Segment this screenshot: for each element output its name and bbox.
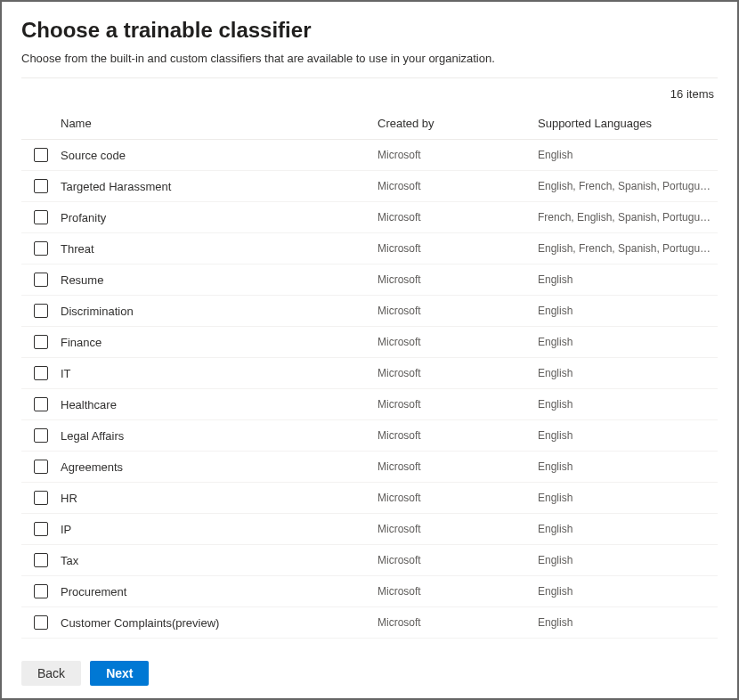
row-created-by: Microsoft	[378, 211, 538, 224]
items-count: 16 items	[21, 78, 718, 110]
row-name: Procurement	[57, 585, 378, 598]
table-row[interactable]: ProcurementMicrosoftEnglish	[21, 576, 718, 607]
row-created-by: Microsoft	[378, 149, 538, 161]
table-row[interactable]: HRMicrosoftEnglish	[21, 483, 718, 514]
row-checkbox-cell	[21, 148, 57, 162]
classifier-table: Name Created by Supported Languages Sour…	[21, 110, 718, 639]
row-languages: English	[538, 149, 718, 161]
row-languages: English, French, Spanish, Portuguese, Ge…	[538, 180, 718, 192]
row-languages: English	[538, 367, 718, 379]
row-checkbox-cell	[21, 273, 57, 287]
row-checkbox[interactable]	[34, 428, 48, 443]
page-subtitle: Choose from the built-in and custom clas…	[21, 52, 718, 65]
row-checkbox[interactable]	[34, 522, 48, 536]
row-languages: English, French, Spanish, Portuguese, Ge…	[538, 242, 718, 255]
row-created-by: Microsoft	[378, 336, 538, 348]
row-created-by: Microsoft	[378, 616, 538, 629]
table-row[interactable]: FinanceMicrosoftEnglish	[21, 327, 718, 358]
row-created-by: Microsoft	[378, 523, 538, 535]
row-checkbox[interactable]	[34, 273, 48, 287]
row-checkbox-cell	[21, 210, 57, 224]
row-languages: English	[538, 585, 718, 598]
row-name: Discrimination	[57, 305, 378, 318]
row-checkbox[interactable]	[34, 179, 48, 193]
row-checkbox-cell	[21, 335, 57, 349]
row-languages: English	[538, 523, 718, 535]
table-row[interactable]: ProfanityMicrosoftFrench, English, Spani…	[21, 202, 718, 233]
row-checkbox[interactable]	[34, 584, 48, 598]
row-checkbox-cell	[21, 428, 57, 443]
table-row[interactable]: ResumeMicrosoftEnglish	[21, 265, 718, 296]
row-created-by: Microsoft	[378, 554, 538, 566]
table-row[interactable]: Targeted HarassmentMicrosoftEnglish, Fre…	[21, 171, 718, 202]
row-checkbox[interactable]	[34, 335, 48, 349]
row-checkbox[interactable]	[34, 615, 48, 630]
row-checkbox-cell	[21, 615, 57, 630]
row-checkbox[interactable]	[34, 210, 48, 224]
table-row[interactable]: AgreementsMicrosoftEnglish	[21, 452, 718, 483]
row-languages: English	[538, 429, 718, 442]
row-checkbox[interactable]	[34, 304, 48, 318]
dialog-frame: Choose a trainable classifier Choose fro…	[0, 0, 739, 700]
row-languages: English	[538, 554, 718, 566]
row-checkbox-cell	[21, 460, 57, 474]
row-name: HR	[57, 492, 378, 505]
row-checkbox[interactable]	[34, 553, 48, 567]
row-name: Threat	[57, 242, 378, 256]
table-row[interactable]: IPMicrosoftEnglish	[21, 514, 718, 545]
next-button[interactable]: Next	[90, 661, 149, 686]
table-row[interactable]: HealthcareMicrosoftEnglish	[21, 389, 718, 420]
row-created-by: Microsoft	[378, 492, 538, 504]
row-name: Tax	[57, 554, 378, 567]
row-name: Legal Affairs	[57, 429, 378, 443]
table-row[interactable]: ITMicrosoftEnglish	[21, 358, 718, 389]
column-header-created-by[interactable]: Created by	[378, 117, 538, 130]
row-checkbox[interactable]	[34, 366, 48, 380]
table-row[interactable]: Source codeMicrosoftEnglish	[21, 140, 718, 171]
row-checkbox[interactable]	[34, 148, 48, 162]
row-languages: English	[538, 273, 718, 286]
row-languages: English	[538, 336, 718, 348]
table-row[interactable]: TaxMicrosoftEnglish	[21, 545, 718, 576]
dialog-content: Choose a trainable classifier Choose fro…	[2, 2, 737, 639]
row-name: Targeted Harassment	[57, 180, 378, 193]
table-row[interactable]: Legal AffairsMicrosoftEnglish	[21, 420, 718, 452]
row-languages: English	[538, 616, 718, 629]
row-created-by: Microsoft	[378, 398, 538, 411]
row-created-by: Microsoft	[378, 367, 538, 379]
row-checkbox-cell	[21, 241, 57, 256]
row-checkbox-cell	[21, 397, 57, 411]
row-created-by: Microsoft	[378, 460, 538, 473]
column-header-languages[interactable]: Supported Languages	[538, 117, 718, 130]
row-checkbox[interactable]	[34, 491, 48, 505]
dialog-footer: Back Next	[2, 650, 737, 698]
table-header-row: Name Created by Supported Languages	[21, 110, 718, 140]
row-checkbox[interactable]	[34, 397, 48, 411]
row-created-by: Microsoft	[378, 242, 538, 255]
row-name: Profanity	[57, 211, 378, 224]
row-languages: French, English, Spanish, Portuguese, Ge…	[538, 211, 718, 224]
table-row[interactable]: ThreatMicrosoftEnglish, French, Spanish,…	[21, 233, 718, 265]
row-checkbox[interactable]	[34, 241, 48, 256]
row-name: Finance	[57, 336, 378, 349]
row-checkbox-cell	[21, 179, 57, 193]
row-checkbox-cell	[21, 491, 57, 505]
back-button[interactable]: Back	[21, 661, 81, 686]
table-row[interactable]: DiscriminationMicrosoftEnglish	[21, 296, 718, 327]
row-created-by: Microsoft	[378, 429, 538, 442]
row-name: IP	[57, 523, 378, 536]
row-checkbox-cell	[21, 304, 57, 318]
row-created-by: Microsoft	[378, 585, 538, 598]
row-languages: English	[538, 460, 718, 473]
row-name: Agreements	[57, 460, 378, 474]
row-checkbox-cell	[21, 366, 57, 380]
row-languages: English	[538, 398, 718, 411]
table-row[interactable]: Customer Complaints(preview)MicrosoftEng…	[21, 607, 718, 639]
table-body: Source codeMicrosoftEnglishTargeted Hara…	[21, 140, 718, 639]
page-title: Choose a trainable classifier	[21, 18, 718, 43]
column-header-name[interactable]: Name	[57, 117, 378, 130]
row-checkbox[interactable]	[34, 460, 48, 474]
row-created-by: Microsoft	[378, 180, 538, 192]
row-name: IT	[57, 367, 378, 380]
row-name: Resume	[57, 273, 378, 287]
